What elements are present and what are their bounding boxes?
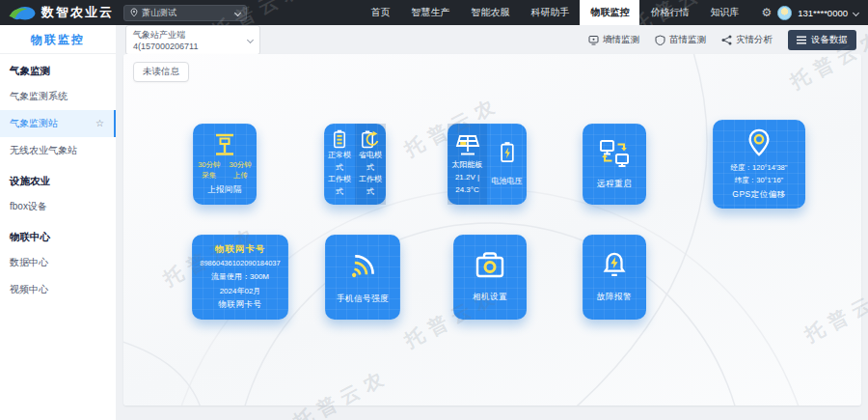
nav-item-knowledge-base[interactable]: 知识库 — [699, 0, 749, 25]
solar-readings: 太阳能板 21.2V | 24.3°C — [449, 159, 485, 196]
sidebar-item-label: 气象监测站 — [10, 117, 58, 130]
card-title: 相机设置 — [473, 292, 507, 303]
iot-month: 2024年02月 — [220, 286, 261, 296]
card-title: 故障报警 — [597, 292, 632, 303]
tab-label: 设备数据 — [811, 34, 848, 46]
app-root: 数智农业云 萧山测试 首页 智慧生产 智能农服 科研助手 物联监控 价格行情 知… — [0, 0, 868, 420]
card-title: 上报间隔 — [207, 184, 242, 196]
solar-value: 21.2V | 24.3°C — [449, 172, 485, 197]
card-power-voltage: 太阳能板 21.2V | 24.3°C 电池电压 — [448, 124, 527, 205]
sidebar-group-iot-center: 物联中心 — [0, 220, 116, 249]
main-nav: 首页 智慧生产 智能农服 科研助手 物联监控 价格行情 知识库 — [360, 0, 749, 25]
gps-coordinates: 经度：120°14'38" 纬度：30°1'16" — [731, 161, 788, 187]
interval-icon — [211, 132, 238, 157]
nav-item-home[interactable]: 首页 — [360, 0, 400, 25]
card-iot-sim[interactable]: 物联网卡号 89860436102090184037 流量使用：300M 202… — [192, 235, 288, 320]
location-select[interactable]: 萧山测试 — [123, 5, 247, 21]
eco-mode-option[interactable]: 省电模式 工作模式 — [355, 124, 386, 205]
iot-card-number: 89860436102090184037 — [200, 259, 280, 267]
mode-label: 省电模式 工作模式 — [357, 150, 384, 199]
upload-interval-value: 30分钟 — [230, 160, 252, 171]
card-signal-strength[interactable]: 手机信号强度 — [325, 235, 400, 320]
device-select-value: 气象站产业端4(157000206711 — [133, 29, 243, 51]
battery-label: 电池电压 — [492, 176, 523, 188]
tab-device-data[interactable]: 设备数据 — [788, 30, 856, 50]
alarm-bell-icon — [600, 251, 629, 280]
pin-icon — [130, 8, 138, 17]
normal-mode-option[interactable]: 正常模式 工作模式 — [324, 124, 355, 205]
brand: 数智农业云 — [0, 0, 123, 25]
tab-seedling-monitoring[interactable]: 苗情监测 — [655, 34, 706, 46]
sidebar-item-video-center[interactable]: 视频中心 — [0, 276, 116, 303]
toolbar: 气象站产业端4(157000206711 墒情监测 — [116, 25, 868, 54]
star-icon[interactable]: ☆ — [95, 119, 104, 128]
gps-longitude: 经度：120°14'38" — [731, 161, 788, 175]
iot-card-title: 物联网卡号 — [215, 243, 266, 256]
tab-label: 墒情监测 — [603, 34, 639, 46]
card-camera-settings[interactable]: 相机设置 — [453, 235, 527, 320]
sidebar: 物联监控 气象监测 气象监测系统 气象监测站 ☆ 无线农业气象站 设施农业 fb… — [0, 25, 116, 420]
username: 131****0000 — [798, 8, 848, 18]
unread-messages-button[interactable]: 未读信息 — [133, 62, 189, 82]
signal-wifi-icon — [345, 249, 380, 284]
mode-label: 正常模式 工作模式 — [326, 150, 353, 199]
card-title: GPS定位偏移 — [732, 189, 785, 201]
card-title: 手机信号强度 — [337, 294, 389, 305]
gear-icon[interactable]: ⚙ — [761, 7, 772, 18]
battery-bolt-icon — [498, 140, 517, 165]
solar-label: 太阳能板 — [449, 159, 485, 172]
topbar: 数智农业云 萧山测试 首页 智慧生产 智能农服 科研助手 物联监控 价格行情 知… — [0, 0, 868, 25]
collect-interval-label: 采集 — [202, 171, 216, 182]
sidebar-item-weather-system[interactable]: 气象监测系统 — [0, 83, 116, 110]
chevron-down-icon — [247, 36, 254, 42]
device-panel: 未读信息 30分钟 采集 30 — [123, 54, 861, 406]
sidebar-group-weather: 气象监测 — [0, 54, 116, 83]
card-title: 物联网卡号 — [219, 299, 262, 311]
collect-interval-value: 30分钟 — [198, 160, 220, 171]
main-content: 气象站产业端4(157000206711 墒情监测 — [116, 25, 868, 420]
shield-icon — [655, 35, 665, 45]
location-label: 萧山测试 — [142, 7, 176, 19]
card-gps[interactable]: 经度：120°14'38" 纬度：30°1'16" GPS定位偏移 — [713, 120, 805, 209]
card-work-mode: 正常模式 工作模式 省电模式 工作模式 — [324, 124, 386, 205]
tab-label: 灾情分析 — [736, 34, 773, 46]
camera-icon — [474, 251, 506, 280]
remote-restart-icon — [598, 138, 631, 169]
nav-item-price-market[interactable]: 价格行情 — [639, 0, 699, 25]
tab-soil-monitoring[interactable]: 墒情监测 — [588, 34, 639, 46]
sidebar-item-data-center[interactable]: 数据中心 — [0, 249, 116, 276]
cloud-logo-icon — [8, 4, 37, 21]
chevron-down-icon[interactable] — [853, 9, 859, 15]
device-select[interactable]: 气象站产业端4(157000206711 — [125, 25, 260, 55]
battery-voltage-section[interactable]: 电池电压 — [487, 124, 527, 205]
battery-refresh-icon — [359, 129, 382, 150]
iot-data-usage: 流量使用：300M — [211, 271, 269, 282]
card-report-interval[interactable]: 30分钟 采集 30分钟 上传 上报间隔 — [193, 124, 257, 205]
chevron-down-icon — [234, 9, 241, 15]
card-fault-alarm[interactable]: 故障报警 — [583, 235, 646, 320]
menu-list-icon — [797, 36, 806, 44]
monitor-tabs: 墒情监测 苗情监测 — [588, 30, 856, 50]
solar-panel-section[interactable]: 太阳能板 21.2V | 24.3°C — [448, 124, 487, 205]
sidebar-item-wireless-station[interactable]: 无线农业气象站 — [0, 137, 116, 164]
sidebar-item-fbox[interactable]: fbox设备 — [0, 193, 116, 220]
battery-icon — [330, 129, 349, 150]
sidebar-item-weather-station[interactable]: 气象监测站 ☆ — [0, 110, 116, 137]
solar-panel-icon — [453, 132, 482, 157]
nav-item-smart-service[interactable]: 智能农服 — [460, 0, 520, 25]
tab-label: 苗情监测 — [669, 34, 706, 46]
card-remote-restart[interactable]: 远程重启 — [583, 124, 646, 205]
monitor-icon — [588, 35, 599, 45]
tab-disaster-analysis[interactable]: 灾情分析 — [721, 34, 773, 46]
gps-pin-icon — [745, 127, 773, 158]
card-title: 远程重启 — [597, 179, 632, 190]
nav-item-iot-monitoring[interactable]: 物联监控 — [580, 0, 639, 25]
brand-name: 数智农业云 — [41, 4, 114, 21]
background-swirl — [123, 54, 861, 406]
upload-interval-label: 上传 — [233, 171, 248, 182]
nav-item-research-assistant[interactable]: 科研助手 — [520, 0, 580, 25]
share-analysis-icon — [721, 35, 732, 45]
nav-item-smart-production[interactable]: 智慧生产 — [400, 0, 460, 25]
interval-values: 30分钟 采集 30分钟 上传 — [198, 160, 252, 182]
avatar[interactable] — [777, 6, 792, 20]
